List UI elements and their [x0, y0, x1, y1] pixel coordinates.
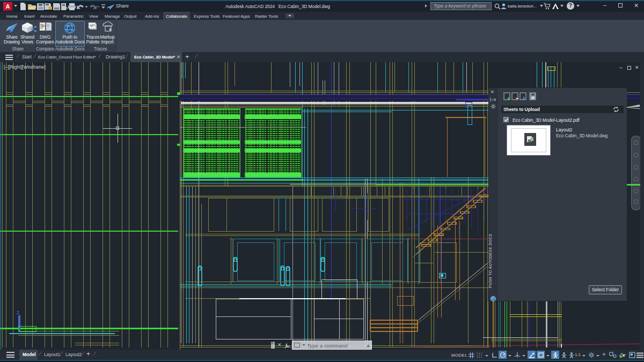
svg-text:Z: Z: [17, 310, 20, 315]
svg-text:+: +: [508, 96, 510, 101]
